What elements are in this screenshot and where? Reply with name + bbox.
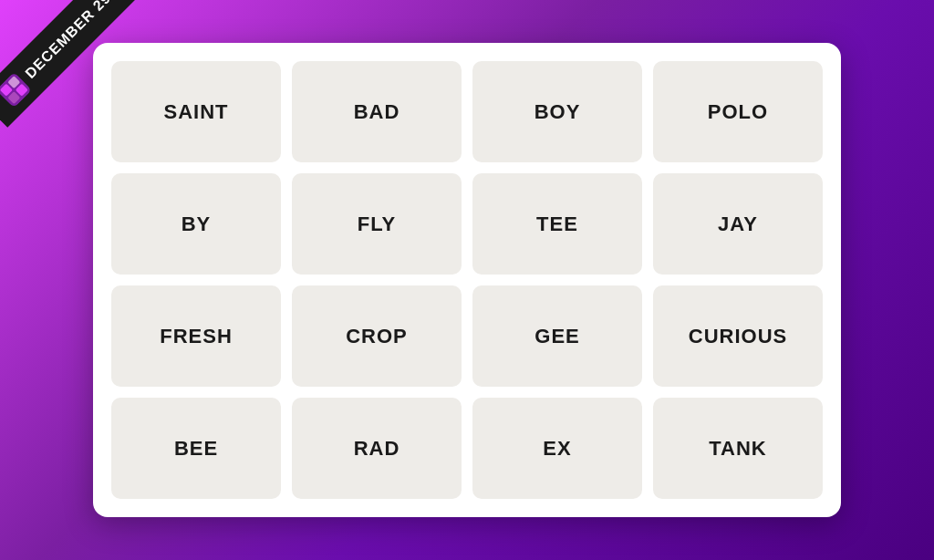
cell-label-ex: EX: [543, 437, 571, 461]
cell-label-jay: JAY: [718, 213, 758, 236]
cell-label-rad: RAD: [354, 437, 400, 461]
cell-label-fly: FLY: [358, 213, 397, 236]
cell-label-gee: GEE: [534, 325, 579, 348]
grid-cell-jay[interactable]: JAY: [653, 173, 823, 275]
grid-cell-crop[interactable]: CROP: [292, 285, 462, 387]
cell-label-tank: TANK: [709, 437, 766, 461]
cell-label-fresh: FRESH: [160, 325, 233, 348]
cell-label-curious: CURIOUS: [689, 325, 787, 348]
cell-label-bee: BEE: [174, 437, 218, 461]
grid-cell-by[interactable]: BY: [111, 173, 281, 275]
grid-cell-rad[interactable]: RAD: [292, 398, 462, 499]
cell-label-by: BY: [182, 213, 212, 236]
grid-cell-fresh[interactable]: FRESH: [111, 285, 281, 387]
grid-cell-ex[interactable]: EX: [472, 398, 642, 499]
cell-label-polo: POLO: [708, 100, 768, 124]
cell-label-tee: TEE: [536, 213, 578, 236]
word-grid: SAINTBADBOYPOLOBYFLYTEEJAYFRESHCROPGEECU…: [111, 61, 823, 499]
cell-label-boy: BOY: [534, 100, 581, 124]
grid-cell-tee[interactable]: TEE: [472, 173, 642, 275]
grid-cell-tank[interactable]: TANK: [653, 398, 823, 499]
banner-date: DECEMBER 29: [22, 0, 114, 82]
cell-label-bad: BAD: [354, 100, 400, 124]
corner-banner: DECEMBER 29: [0, 0, 164, 164]
cell-label-crop: CROP: [346, 325, 408, 348]
grid-cell-polo[interactable]: POLO: [653, 61, 823, 162]
grid-cell-curious[interactable]: CURIOUS: [653, 285, 823, 387]
grid-cell-bad[interactable]: BAD: [292, 61, 462, 162]
grid-cell-boy[interactable]: BOY: [472, 61, 642, 162]
grid-cell-fly[interactable]: FLY: [292, 173, 462, 275]
grid-cell-gee[interactable]: GEE: [472, 285, 642, 387]
app-icon: [0, 72, 32, 109]
main-card: SAINTBADBOYPOLOBYFLYTEEJAYFRESHCROPGEECU…: [93, 43, 841, 517]
grid-cell-bee[interactable]: BEE: [111, 398, 281, 499]
cell-label-saint: SAINT: [164, 100, 229, 124]
